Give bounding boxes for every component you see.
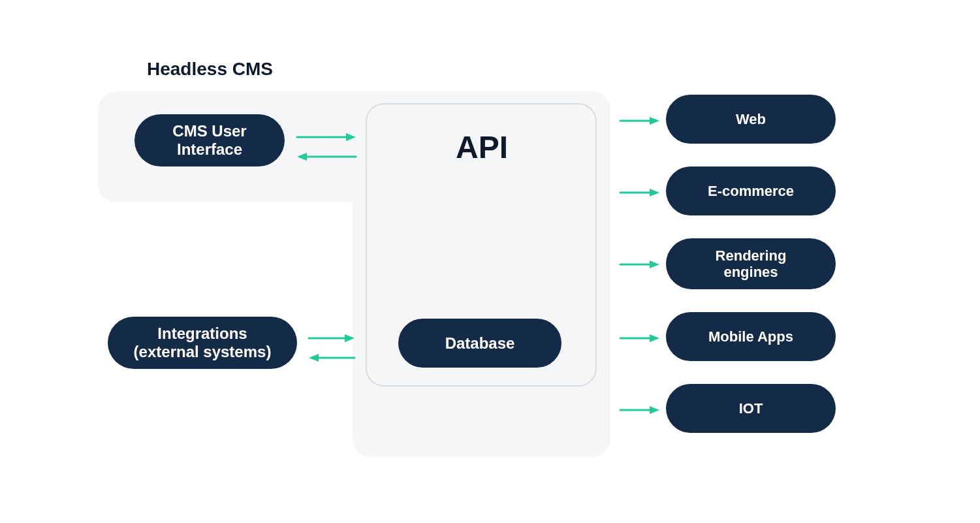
- node-cms-ui: CMS User Interface: [134, 114, 285, 166]
- arrow-api-to-cms: [294, 150, 359, 163]
- arrow-cms-to-api: [294, 131, 359, 144]
- svg-marker-3: [297, 153, 307, 161]
- output-web: Web: [666, 95, 836, 144]
- output-ecommerce: E-commerce: [666, 166, 836, 215]
- svg-marker-9: [650, 117, 659, 125]
- node-integrations: Integrations (external systems): [108, 317, 297, 369]
- diagram-canvas: Headless CMS API CMS User Interface Data…: [0, 0, 980, 523]
- svg-marker-15: [650, 334, 659, 342]
- output-iot: IOT: [666, 384, 836, 433]
- svg-marker-17: [650, 406, 659, 414]
- arrow-to-ecommerce: [617, 186, 663, 199]
- diagram-title: Headless CMS: [147, 59, 273, 80]
- svg-marker-1: [346, 133, 356, 141]
- svg-marker-7: [309, 354, 319, 362]
- api-label: API: [456, 129, 508, 165]
- svg-marker-11: [650, 189, 659, 197]
- node-database: Database: [398, 319, 561, 368]
- arrow-to-rendering: [617, 258, 663, 271]
- output-mobile: Mobile Apps: [666, 312, 836, 361]
- arrow-to-web: [617, 114, 663, 127]
- arrow-to-iot: [617, 404, 663, 417]
- svg-marker-5: [345, 334, 355, 342]
- output-rendering: Rendering engines: [666, 238, 836, 289]
- arrow-integrations-to-api: [306, 332, 358, 345]
- arrow-api-to-integrations: [306, 351, 358, 364]
- arrow-to-mobile: [617, 332, 663, 345]
- svg-marker-13: [650, 261, 659, 268]
